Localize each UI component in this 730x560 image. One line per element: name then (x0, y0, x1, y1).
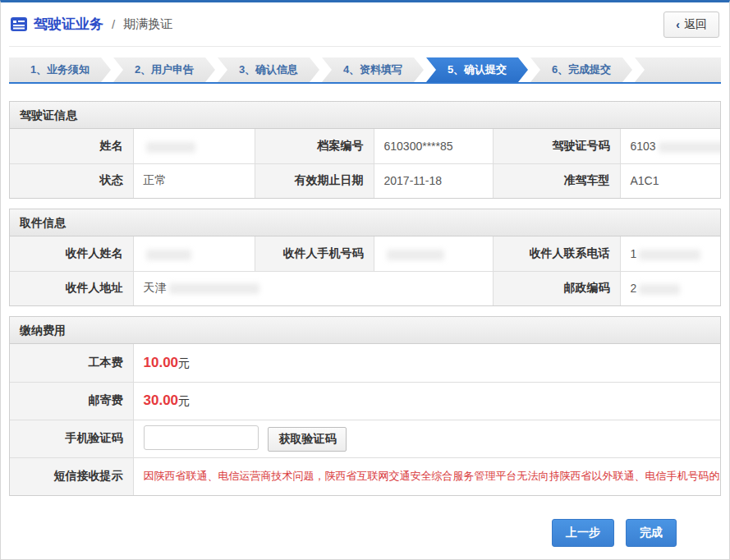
breadcrumb: 驾驶证业务 / 期满换证 (11, 15, 172, 34)
license-menu-icon (11, 17, 27, 31)
breadcrumb-separator: / (112, 17, 115, 31)
table-row: 手机验证码 获取验证码 (10, 420, 720, 457)
recipient-phone-value: 1 (620, 236, 720, 271)
vehicle-class-value: A1C1 (620, 163, 720, 198)
back-button[interactable]: ‹ 返回 (663, 11, 719, 38)
redacted-recipient-address (169, 283, 259, 294)
table-row: 收件人姓名 收件人手机号码 收件人联系电话 1 (10, 236, 720, 271)
step-3-confirm-info: 3、确认信息 (218, 57, 319, 82)
status-value: 正常 (133, 163, 255, 198)
back-chevron-icon: ‹ (676, 18, 680, 31)
step-1-business-notice: 1、业务须知 (9, 57, 111, 82)
step-2-user-declaration: 2、用户申告 (113, 57, 215, 82)
vehicle-class-label: 准驾车型 (493, 163, 620, 198)
file-number-value: 610300****85 (374, 129, 493, 163)
redacted-postal-code (639, 284, 680, 295)
recipient-mobile-label: 收件人手机号码 (255, 236, 374, 271)
mailing-fee-label: 邮寄费 (10, 382, 133, 420)
section-license-info-title: 驾驶证信息 (10, 102, 720, 129)
step-4-fill-data: 4、资料填写 (322, 57, 424, 82)
production-fee-label: 工本费 (10, 344, 133, 382)
sms-code-input[interactable] (144, 425, 259, 450)
sms-code-label: 手机验证码 (10, 420, 133, 457)
table-row: 邮寄费 30.00元 (10, 382, 720, 420)
table-row: 姓名 档案编号 610300****85 驾驶证号码 6103 (10, 129, 720, 163)
production-fee-unit: 元 (178, 356, 190, 370)
file-number-label: 档案编号 (255, 129, 374, 163)
table-row: 收件人地址 天津 邮政编码 2 (10, 271, 720, 305)
table-row: 短信接收提示 因陕西省联通、电信运营商技术问题，陕西省互联网交通安全综合服务管理… (10, 457, 720, 495)
redacted-license-number (659, 142, 720, 153)
mailing-fee-amount: 30.00 (144, 392, 179, 408)
recipient-name-value (133, 236, 255, 271)
back-button-label: 返回 (684, 17, 707, 32)
section-license-info: 驾驶证信息 姓名 档案编号 610300****85 驾驶证号码 6103 状态… (9, 101, 721, 199)
finish-button[interactable]: 完成 (626, 519, 677, 547)
license-number-value: 6103 (620, 129, 720, 163)
postal-code-value: 2 (620, 271, 720, 305)
bottom-actions: 上一步 完成 (9, 519, 721, 547)
page-subtitle: 期满换证 (123, 16, 172, 32)
sms-code-cell: 获取验证码 (133, 420, 720, 457)
table-row: 状态 正常 有效期止日期 2017-11-18 准驾车型 A1C1 (10, 163, 720, 198)
redacted-recipient-name (146, 250, 191, 260)
previous-step-button[interactable]: 上一步 (552, 519, 614, 547)
production-fee-amount: 10.00 (144, 355, 179, 370)
pickup-info-table: 收件人姓名 收件人手机号码 收件人联系电话 1 收件人地址 天津 邮政编码 2 (10, 236, 720, 305)
mailing-fee-unit: 元 (178, 394, 190, 407)
name-label: 姓名 (10, 129, 133, 163)
recipient-address-value: 天津 (133, 271, 493, 305)
license-number-label: 驾驶证号码 (493, 129, 620, 163)
name-value (133, 129, 255, 163)
valid-until-value: 2017-11-18 (374, 163, 493, 198)
table-row: 工本费 10.00元 (10, 344, 720, 382)
page: 驾驶证业务 / 期满换证 ‹ 返回 1、业务须知 2、用户申告 3、确认信息 4… (0, 0, 730, 560)
sms-notice-cell: 因陕西省联通、电信运营商技术问题，陕西省互联网交通安全综合服务管理平台无法向持陕… (133, 457, 720, 495)
recipient-mobile-value (374, 236, 493, 271)
redacted-recipient-phone (639, 250, 700, 260)
step-6-complete-submit: 6、完成提交 (530, 57, 632, 82)
page-title: 驾驶证业务 (34, 15, 103, 34)
mailing-fee-value: 30.00元 (133, 382, 720, 420)
valid-until-label: 有效期止日期 (255, 163, 374, 198)
section-pickup-info: 取件信息 收件人姓名 收件人手机号码 收件人联系电话 1 收件人地址 天津 邮政… (9, 209, 721, 306)
production-fee-value: 10.00元 (133, 344, 720, 382)
step-bar-filler (635, 57, 721, 82)
recipient-address-label: 收件人地址 (10, 271, 133, 305)
section-fees-title: 缴纳费用 (10, 317, 720, 344)
redacted-recipient-mobile (387, 250, 444, 260)
postal-code-label: 邮政编码 (493, 271, 620, 305)
section-pickup-info-title: 取件信息 (10, 209, 720, 236)
get-sms-code-button[interactable]: 获取验证码 (268, 427, 347, 452)
recipient-phone-label: 收件人联系电话 (493, 236, 620, 271)
header: 驾驶证业务 / 期满换证 ‹ 返回 (9, 2, 721, 47)
step-wizard: 1、业务须知 2、用户申告 3、确认信息 4、资料填写 5、确认提交 6、完成提… (9, 57, 721, 84)
sms-notice-text: 因陕西省联通、电信运营商技术问题，陕西省互联网交通安全综合服务管理平台无法向持陕… (144, 466, 711, 488)
section-fees: 缴纳费用 工本费 10.00元 邮寄费 30.00元 手机验证码 获取验证码 (9, 316, 721, 496)
recipient-name-label: 收件人姓名 (10, 236, 133, 271)
fees-table: 工本费 10.00元 邮寄费 30.00元 手机验证码 获取验证码 短信接收提示 (10, 344, 720, 495)
step-5-confirm-submit: 5、确认提交 (426, 57, 528, 82)
redacted-name (146, 142, 195, 153)
license-info-table: 姓名 档案编号 610300****85 驾驶证号码 6103 状态 正常 有效… (10, 129, 720, 198)
status-label: 状态 (10, 163, 133, 198)
sms-notice-label: 短信接收提示 (10, 457, 133, 495)
